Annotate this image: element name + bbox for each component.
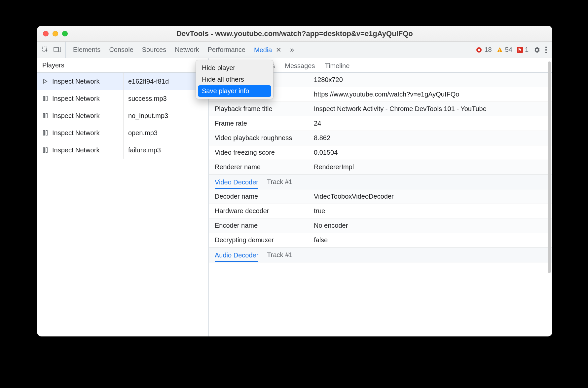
- property-value: 24: [314, 120, 546, 127]
- svg-rect-12: [46, 113, 47, 118]
- property-row: Renderer name RendererImpl: [209, 160, 552, 175]
- pause-icon: [40, 96, 51, 101]
- property-key: Renderer name: [215, 163, 314, 171]
- player-context-menu: Hide player Hide all others Save player …: [196, 60, 274, 99]
- pause-icon: [40, 113, 51, 118]
- property-row: Hardware decoder true: [209, 204, 552, 218]
- svg-rect-15: [43, 148, 45, 152]
- section-track[interactable]: Track #1: [267, 178, 292, 186]
- section-name[interactable]: Audio Decoder: [215, 252, 258, 262]
- subtab-timeline[interactable]: Timeline: [325, 62, 349, 72]
- player-row[interactable]: Inspect Network e162ff94-f81d: [37, 73, 208, 90]
- svg-point-6: [545, 46, 547, 48]
- section-audio-decoder: Audio Decoder Track #1: [209, 248, 552, 262]
- svg-rect-2: [58, 47, 61, 52]
- svg-rect-14: [46, 131, 47, 135]
- tab-console[interactable]: Console: [109, 46, 133, 54]
- svg-rect-9: [43, 96, 45, 101]
- panel-body: Players Inspect Network e162ff94-f81d In…: [37, 58, 552, 336]
- property-row: Decoder name VideoTooboxVideoDecoder: [209, 189, 552, 204]
- section-track[interactable]: Track #1: [267, 251, 292, 259]
- player-row[interactable]: Inspect Network open.mp3: [37, 124, 208, 141]
- subtab-messages[interactable]: Messages: [285, 62, 315, 72]
- property-value: RendererImpl: [314, 163, 546, 171]
- players-list: Inspect Network e162ff94-f81d Inspect Ne…: [37, 73, 208, 336]
- ctx-hide-all-others[interactable]: Hide all others: [198, 74, 271, 85]
- property-row: Encoder name No encoder: [209, 218, 552, 233]
- property-row: Playback frame title Inspect Network Act…: [209, 102, 552, 116]
- svg-rect-16: [46, 148, 47, 152]
- svg-rect-11: [43, 113, 45, 118]
- more-options-icon[interactable]: [545, 46, 547, 54]
- svg-rect-10: [46, 96, 47, 101]
- property-value: 0.01504: [314, 149, 546, 156]
- property-row: Frame rate 24: [209, 116, 552, 131]
- player-name: Inspect Network: [51, 141, 124, 159]
- minimize-window-button[interactable]: [53, 31, 58, 36]
- player-file: no_input.mp3: [124, 107, 208, 124]
- devtools-window: DevTools - www.youtube.com/watch?app=des…: [37, 26, 552, 336]
- close-tab-icon[interactable]: ✕: [276, 46, 281, 54]
- property-key: Encoder name: [215, 222, 314, 229]
- player-name: Inspect Network: [51, 107, 124, 124]
- tab-media-label: Media: [254, 46, 272, 54]
- close-window-button[interactable]: [43, 31, 49, 36]
- property-key: Video playback roughness: [215, 134, 314, 142]
- svg-rect-13: [43, 131, 45, 135]
- section-video-decoder: Video Decoder Track #1: [209, 175, 552, 189]
- property-key: Video freezing score: [215, 149, 314, 156]
- tab-network[interactable]: Network: [175, 46, 199, 54]
- property-key: Decrypting demuxer: [215, 236, 314, 244]
- property-value: true: [314, 207, 546, 215]
- player-row[interactable]: Inspect Network success.mp3: [37, 90, 208, 107]
- player-name: Inspect Network: [51, 124, 124, 141]
- play-icon: [40, 79, 51, 84]
- property-row: Decrypting demuxer false: [209, 233, 552, 248]
- property-value: 8.862: [314, 134, 546, 142]
- tab-performance[interactable]: Performance: [208, 46, 246, 54]
- player-name: Inspect Network: [51, 73, 124, 90]
- players-panel: Players Inspect Network e162ff94-f81d In…: [37, 58, 209, 336]
- ctx-save-player-info[interactable]: Save player info: [198, 85, 271, 97]
- inspect-element-icon[interactable]: [42, 46, 49, 54]
- scrollbar[interactable]: [548, 61, 551, 273]
- player-name: Inspect Network: [51, 90, 124, 107]
- svg-rect-1: [54, 48, 58, 51]
- player-row[interactable]: Inspect Network failure.mp3: [37, 141, 208, 159]
- section-name[interactable]: Video Decoder: [215, 178, 258, 189]
- properties-panel: Properties Events Messages Timeline 1280…: [209, 58, 552, 336]
- player-file: failure.mp3: [124, 141, 208, 159]
- property-value: Inspect Network Activity - Chrome DevToo…: [314, 105, 546, 113]
- svg-rect-5: [499, 51, 500, 52]
- property-row: Video playback roughness 8.862: [209, 131, 552, 145]
- ctx-hide-player[interactable]: Hide player: [198, 62, 271, 74]
- property-row: Video freezing score 0.01504: [209, 145, 552, 160]
- tab-sources[interactable]: Sources: [142, 46, 166, 54]
- zoom-window-button[interactable]: [62, 31, 68, 36]
- svg-rect-4: [499, 49, 500, 51]
- player-row[interactable]: Inspect Network no_input.mp3: [37, 107, 208, 124]
- traffic-lights: [43, 31, 68, 36]
- devtools-tabs-bar: Elements Console Sources Network Perform…: [37, 42, 552, 58]
- settings-icon[interactable]: [533, 46, 540, 54]
- property-key: Decoder name: [215, 193, 314, 200]
- property-value: false: [314, 236, 546, 244]
- errors-badge[interactable]: 18: [476, 46, 492, 54]
- tab-media[interactable]: Media ✕: [254, 46, 281, 54]
- issues-badge[interactable]: ⚑ 1: [517, 46, 529, 54]
- issue-flag-icon: ⚑: [517, 47, 523, 53]
- window-title: DevTools - www.youtube.com/watch?app=des…: [176, 29, 413, 38]
- property-value: No encoder: [314, 222, 546, 229]
- property-key: Playback frame title: [215, 105, 314, 113]
- warnings-badge[interactable]: 54: [496, 46, 512, 54]
- svg-point-7: [545, 49, 547, 51]
- property-value: https://www.youtube.com/watch?v=e1gAyQuI…: [314, 91, 546, 98]
- property-key: Hardware decoder: [215, 207, 314, 215]
- errors-count: 18: [484, 46, 492, 54]
- device-toolbar-icon[interactable]: [54, 46, 61, 54]
- properties-list[interactable]: 1280x720 e URL https://www.youtube.com/w…: [209, 73, 552, 336]
- issues-count: 1: [525, 46, 529, 54]
- tab-elements[interactable]: Elements: [73, 46, 100, 54]
- more-tabs-icon[interactable]: »: [290, 46, 294, 54]
- svg-point-8: [545, 52, 547, 53]
